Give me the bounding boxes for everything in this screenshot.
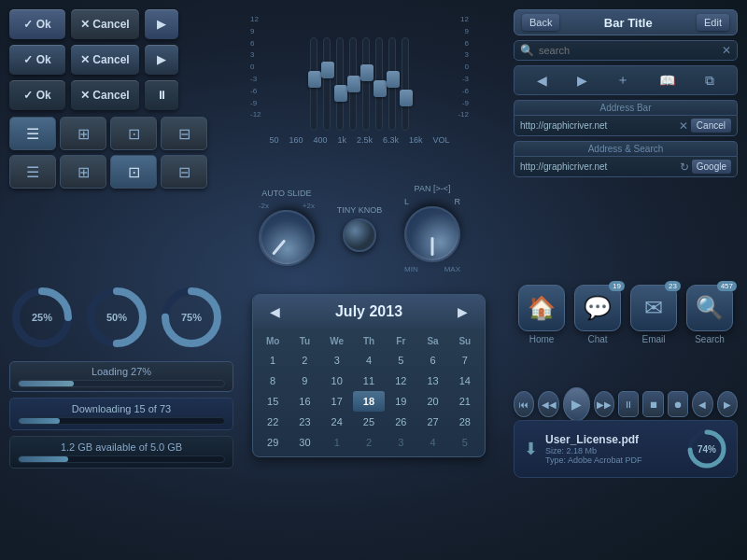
cal-day-3[interactable]: 3: [321, 350, 353, 371]
cal-day-14[interactable]: 14: [449, 371, 481, 391]
pause-button-1[interactable]: ⏸: [145, 80, 178, 110]
cal-day-24[interactable]: 24: [321, 412, 353, 432]
refresh-icon[interactable]: ↻: [680, 161, 689, 174]
eq-track-vol[interactable]: [402, 37, 409, 131]
cal-day-23[interactable]: 23: [289, 412, 320, 432]
auto-slide-knob[interactable]: [247, 199, 327, 278]
ok-button-3[interactable]: ✓ Ok: [9, 80, 65, 110]
addr-cancel-button[interactable]: Cancel: [691, 119, 731, 133]
cal-day-21[interactable]: 21: [449, 391, 481, 412]
cal-day-26[interactable]: 26: [385, 412, 416, 432]
cal-day-aug2[interactable]: 2: [353, 432, 385, 453]
split-view-btn-1[interactable]: ⊡: [110, 117, 157, 150]
address-input[interactable]: [520, 120, 679, 131]
cal-day-6[interactable]: 6: [416, 350, 448, 371]
adjust-view-btn-2[interactable]: ⊟: [161, 155, 207, 189]
eq-thumb-1[interactable]: [308, 71, 321, 88]
cal-day-17[interactable]: 17: [321, 391, 353, 412]
media-prev-button[interactable]: ◀: [692, 391, 712, 417]
email-icon-item[interactable]: ✉ 23 Email: [630, 285, 677, 344]
cal-day-28[interactable]: 28: [449, 412, 481, 432]
eq-thumb-7[interactable]: [387, 71, 400, 88]
cancel-button-1[interactable]: ✕ Cancel: [71, 9, 139, 39]
cal-day-25[interactable]: 25: [353, 412, 385, 432]
cal-next-button[interactable]: ▶: [452, 302, 473, 321]
cal-day-8[interactable]: 8: [257, 371, 289, 391]
media-back-button[interactable]: ◀◀: [538, 391, 558, 417]
cal-day-22[interactable]: 22: [257, 412, 289, 432]
chat-icon-item[interactable]: 💬 19 Chat: [574, 285, 621, 344]
toolbar-pages-icon[interactable]: ⧉: [699, 71, 720, 91]
toolbar-add-icon[interactable]: ＋: [611, 70, 635, 91]
cal-day-27[interactable]: 27: [416, 412, 448, 432]
cal-day-5[interactable]: 5: [385, 350, 416, 371]
edit-button[interactable]: Edit: [697, 14, 729, 31]
eq-track-7[interactable]: [388, 37, 396, 131]
eq-track-5[interactable]: [362, 37, 370, 131]
cal-day-18[interactable]: 18: [353, 391, 385, 412]
cal-day-19[interactable]: 19: [385, 391, 416, 412]
cal-day-aug1[interactable]: 1: [321, 432, 353, 453]
pan-knob[interactable]: [404, 206, 460, 262]
media-rewind-button[interactable]: ⏮: [514, 391, 534, 417]
cal-day-2[interactable]: 2: [289, 350, 320, 371]
addr-clear-icon[interactable]: ✕: [679, 119, 688, 133]
media-record-button[interactable]: ⏺: [668, 391, 688, 417]
search-input[interactable]: [539, 45, 722, 56]
eq-track-1[interactable]: [310, 37, 317, 131]
cal-day-11[interactable]: 11: [353, 371, 385, 391]
play-button-2[interactable]: ▶: [145, 45, 178, 75]
media-stop-button[interactable]: ⏹: [642, 391, 663, 417]
toolbar-book-icon[interactable]: 📖: [654, 71, 681, 90]
cal-day-aug5[interactable]: 5: [449, 432, 481, 453]
ok-button-2[interactable]: ✓ Ok: [9, 45, 65, 75]
toolbar-back-icon[interactable]: ◀: [531, 71, 553, 90]
cal-day-20[interactable]: 20: [416, 391, 448, 412]
tiny-knob[interactable]: [343, 218, 376, 252]
eq-thumb-2[interactable]: [321, 62, 334, 78]
adjust-view-btn-1[interactable]: ⊟: [161, 117, 207, 150]
cal-day-aug3[interactable]: 3: [385, 432, 416, 453]
cal-day-10[interactable]: 10: [321, 371, 353, 391]
toolbar-forward-icon[interactable]: ▶: [571, 71, 593, 90]
play-button-1[interactable]: ▶: [145, 9, 178, 39]
list-view-btn-2[interactable]: ☰: [9, 155, 56, 189]
media-next-button[interactable]: ▶: [717, 391, 738, 417]
eq-thumb-3[interactable]: [334, 85, 347, 102]
cancel-button-2[interactable]: ✕ Cancel: [71, 45, 139, 75]
cal-day-15[interactable]: 15: [257, 391, 289, 412]
eq-thumb-5[interactable]: [360, 64, 374, 81]
eq-thumb-6[interactable]: [374, 80, 387, 97]
cal-day-9[interactable]: 9: [289, 371, 320, 391]
cal-day-aug4[interactable]: 4: [416, 432, 448, 453]
eq-track-6[interactable]: [375, 37, 383, 131]
split-view-btn-2[interactable]: ⊡: [110, 155, 157, 189]
eq-track-3[interactable]: [336, 37, 344, 131]
search-clear-icon[interactable]: ✕: [722, 44, 731, 57]
back-button[interactable]: Back: [522, 14, 559, 31]
cal-day-30[interactable]: 30: [289, 432, 320, 453]
eq-thumb-4[interactable]: [347, 76, 360, 92]
cal-day-16[interactable]: 16: [289, 391, 320, 412]
list-view-btn-1[interactable]: ☰: [9, 117, 56, 150]
media-play-button[interactable]: ▶: [563, 387, 590, 421]
cal-day-12[interactable]: 12: [385, 371, 416, 391]
media-pause-button[interactable]: ⏸: [618, 391, 639, 417]
cal-day-29[interactable]: 29: [257, 432, 289, 453]
media-forward-button[interactable]: ▶▶: [594, 391, 614, 417]
grid-view-btn-1[interactable]: ⊞: [60, 117, 106, 150]
ok-button-1[interactable]: ✓ Ok: [9, 9, 65, 39]
eq-thumb-vol[interactable]: [400, 90, 413, 106]
cal-day-7[interactable]: 7: [449, 350, 481, 371]
cal-prev-button[interactable]: ◀: [264, 302, 286, 321]
search-icon-item[interactable]: 🔍 457 Search: [686, 285, 733, 344]
cancel-button-3[interactable]: ✕ Cancel: [71, 80, 139, 110]
cal-day-4[interactable]: 4: [353, 350, 385, 371]
eq-track-4[interactable]: [349, 37, 357, 131]
home-icon-item[interactable]: 🏠 Home: [518, 285, 565, 344]
address-search-input[interactable]: [520, 161, 677, 172]
cal-day-13[interactable]: 13: [416, 371, 448, 391]
google-button[interactable]: Google: [692, 160, 731, 174]
grid-view-btn-2[interactable]: ⊞: [60, 155, 106, 189]
cal-day-1[interactable]: 1: [257, 350, 289, 371]
